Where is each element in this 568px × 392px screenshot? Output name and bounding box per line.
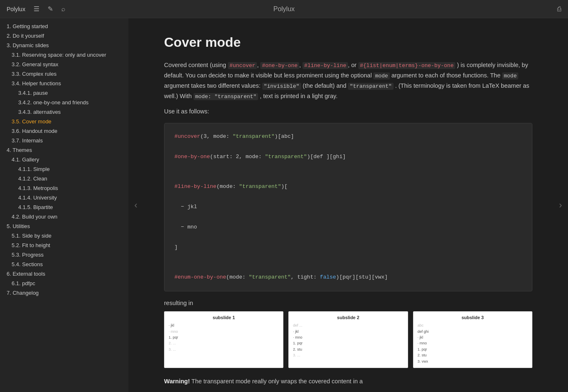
subslide-1-title: subslide 1 xyxy=(169,315,279,320)
sidebar-item-internals[interactable]: 3.7. Internals xyxy=(0,136,128,145)
subslide-line: 2. ... xyxy=(169,340,279,346)
sidebar-item-cover-mode[interactable]: 3.5. Cover mode xyxy=(0,117,128,126)
code-transparent: "transparent" xyxy=(348,83,393,90)
sidebar-item-handout-mode[interactable]: 3.6. Handout mode xyxy=(0,126,128,136)
subslide-2: subslide 2 def ... · jkl · mno 1. pqr 2.… xyxy=(288,311,408,368)
subslide-line: · jkl xyxy=(418,334,528,340)
subslides-container: subslide 1 · jkl · mno 1. pqr 2. ... 3. … xyxy=(164,311,532,368)
subslide-line: 1. pqr xyxy=(293,340,403,346)
menu-icon[interactable]: ☰ xyxy=(34,5,39,13)
topbar-right: ⎙ xyxy=(479,5,561,13)
sidebar-item-pause[interactable]: 3.4.1. pause xyxy=(0,88,128,98)
subslide-2-title: subslide 2 xyxy=(293,315,403,320)
code-mode-inline2: mode xyxy=(502,72,518,79)
code-line-5: − mno xyxy=(174,222,522,232)
code-part: )[ xyxy=(281,183,288,190)
sidebar-item-helper-functions[interactable]: 3.4. Helper functions xyxy=(0,79,128,88)
app-title: Polylux xyxy=(7,6,25,12)
intro-paragraph: Covered content (using #uncover, #one-by… xyxy=(164,60,532,101)
code-part: (start: 2, mode: xyxy=(210,154,265,160)
sidebar-item-simple[interactable]: 4.1.1. Simple xyxy=(0,164,128,174)
warning-bold: Warning! xyxy=(164,378,190,385)
code-enum: #{list|enum|terms}-one-by-one xyxy=(358,62,455,69)
sidebar-item-gallery[interactable]: 4.1. Gallery xyxy=(0,155,128,164)
subslide-1-content: · jkl · mno 1. pqr 2. ... 3. ... xyxy=(169,322,279,352)
code-line-7: #enum-one-by-one(mode: "transparent", ti… xyxy=(174,272,522,282)
sidebar-item-themes[interactable]: 4. Themes xyxy=(0,145,128,155)
sidebar-item-bipartite[interactable]: 4.1.5. Bipartite xyxy=(0,202,128,212)
subslide-line: · mno xyxy=(293,334,403,340)
code-line-1: #uncover(3, mode: "transparent")[abc] xyxy=(174,132,522,141)
code-part: "transparent" xyxy=(232,133,274,139)
code-block-1: #uncover(3, mode: "transparent")[abc] #o… xyxy=(164,123,532,291)
sidebar-item-do-it-yourself[interactable]: 2. Do it yourself xyxy=(0,31,128,41)
edit-icon[interactable]: ✎ xyxy=(48,5,53,13)
content-area: Cover mode Covered content (using #uncov… xyxy=(143,18,553,392)
sidebar-item-pdfpc[interactable]: 6.1. pdfpc xyxy=(0,279,128,288)
sidebar-item-build-your-own[interactable]: 4.2. Build your own xyxy=(0,212,128,221)
search-icon[interactable]: ⌕ xyxy=(61,5,65,13)
sidebar-item-side-by-side[interactable]: 5.1. Side by side xyxy=(0,231,128,240)
sidebar-item-general-syntax[interactable]: 3.2. General syntax xyxy=(0,60,128,69)
subslide-line: · jkl xyxy=(293,329,403,334)
sidebar-item-university[interactable]: 4.1.4. University xyxy=(0,193,128,202)
sidebar-item-metropolis[interactable]: 4.1.3. Metropolis xyxy=(0,183,128,193)
subslide-3: subslide 3 abc def ghi · jkl · mno 1. pq… xyxy=(413,311,532,368)
sidebar-item-complex-rules[interactable]: 3.3. Complex rules xyxy=(0,69,128,79)
subslide-line: · mno xyxy=(169,329,279,334)
subslide-1: subslide 1 · jkl · mno 1. pqr 2. ... 3. … xyxy=(164,311,283,368)
code-mode-transparent: mode: "transparent" xyxy=(193,93,258,100)
subslide-line: 3. ... xyxy=(169,346,279,352)
main-layout: 1. Getting started2. Do it yourself3. Dy… xyxy=(0,18,568,392)
center-title: Polylux xyxy=(273,5,295,12)
code-part: #uncover xyxy=(174,133,200,139)
code-part: )[def ][ghi] xyxy=(307,154,346,160)
sidebar-item-reserving-space[interactable]: 3.1. Reserving space: only and uncover xyxy=(0,50,128,60)
subslide-line: abc xyxy=(418,322,528,328)
topbar-center: Polylux xyxy=(273,5,295,13)
code-part: false xyxy=(320,274,336,280)
sidebar-item-alternatives[interactable]: 3.4.3. alternatives xyxy=(0,107,128,117)
warning-paragraph: Warning! The transparent mode really onl… xyxy=(164,378,532,385)
sidebar-item-utilities[interactable]: 5. Utilities xyxy=(0,221,128,231)
code-part: (mode: xyxy=(216,183,239,190)
code-line-2: #one-by-one(start: 2, mode: "transparent… xyxy=(174,152,522,161)
subslide-3-content: abc def ghi · jkl · mno 1. pqr 2. stu 3.… xyxy=(418,322,528,364)
subslide-line: 2. stu xyxy=(418,352,528,358)
sidebar-item-progress[interactable]: 5.3. Progress xyxy=(0,250,128,260)
subslide-line: def ... xyxy=(293,322,403,328)
topbar-left: Polylux ☰ ✎ ⌕ xyxy=(7,5,89,13)
sidebar-item-fit-to-height[interactable]: 5.2. Fit to height xyxy=(0,240,128,250)
subslide-line: 1. pqr xyxy=(418,346,528,352)
sidebar-item-one-by-one[interactable]: 3.4.2. one-by-one and friends xyxy=(0,98,128,107)
print-icon[interactable]: ⎙ xyxy=(557,5,561,13)
code-part: #enum-one-by-one xyxy=(174,274,226,280)
code-line-6: ] xyxy=(174,243,522,252)
subslide-line: 1. pqr xyxy=(169,334,279,340)
sidebar: 1. Getting started2. Do it yourself3. Dy… xyxy=(0,18,128,392)
code-part: #line-by-line xyxy=(174,183,216,190)
code-part: "transparent" xyxy=(265,154,307,160)
subslide-2-content: def ... · jkl · mno 1. pqr 2. stu 3. ... xyxy=(293,322,403,358)
code-part: (3, mode: xyxy=(200,133,232,139)
content-wrapper: ‹ Cover mode Covered content (using #unc… xyxy=(128,18,568,392)
code-mode-inline1: mode xyxy=(373,72,389,79)
prev-arrow[interactable]: ‹ xyxy=(128,18,143,392)
page-title: Cover mode xyxy=(164,35,532,50)
sidebar-item-dynamic-slides[interactable]: 3. Dynamic slides xyxy=(0,41,128,50)
code-part: "transparent" xyxy=(249,274,290,280)
sidebar-item-changelog[interactable]: 7. Changelog xyxy=(0,288,128,298)
sidebar-item-sections[interactable]: 5.4. Sections xyxy=(0,260,128,269)
subslide-3-title: subslide 3 xyxy=(418,315,528,320)
use-it-label: Use it as follows: xyxy=(164,108,532,115)
topbar: Polylux ☰ ✎ ⌕ Polylux ⎙ xyxy=(0,0,568,18)
next-arrow[interactable]: › xyxy=(553,18,568,392)
subslide-line: · mno xyxy=(418,340,528,346)
code-part: )[pqr][stu][vwx] xyxy=(336,274,388,280)
code-line-3: #line-by-line(mode: "transparent")[ xyxy=(174,182,522,191)
sidebar-item-clean[interactable]: 4.1.2. Clean xyxy=(0,174,128,183)
sidebar-item-getting-started[interactable]: 1. Getting started xyxy=(0,22,128,31)
subslide-line: def ghi xyxy=(418,329,528,334)
sidebar-item-external-tools[interactable]: 6. External tools xyxy=(0,269,128,279)
code-invisible: "invisible" xyxy=(262,83,301,90)
